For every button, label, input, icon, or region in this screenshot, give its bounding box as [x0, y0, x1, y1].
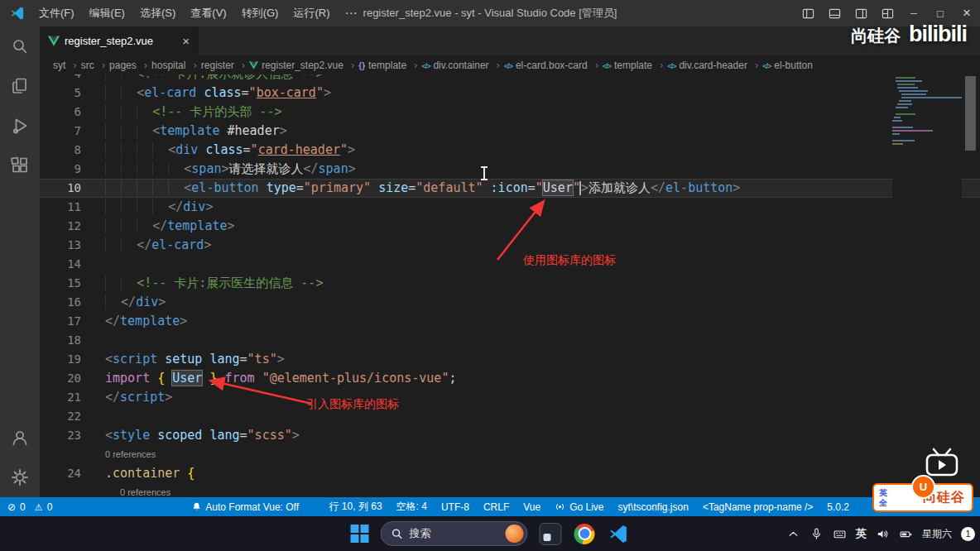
code-token: [371, 180, 378, 195]
run-debug-icon[interactable]: [0, 106, 40, 146]
breadcrumb-item[interactable]: src: [81, 59, 109, 71]
tsconfig-status[interactable]: syt\tsconfig.json: [618, 501, 689, 513]
indentation-status[interactable]: 空格: 4: [396, 500, 427, 514]
breadcrumb-item[interactable]: pages: [109, 59, 151, 71]
breadcrumb-item-symbol[interactable]: template: [603, 59, 667, 71]
auto-format-status[interactable]: Auto Format Vue: Off: [191, 501, 299, 513]
tray-mic-icon[interactable]: [809, 527, 824, 541]
code-token: User: [543, 180, 573, 195]
code-line-24[interactable]: 24.container {: [40, 464, 980, 483]
breadcrumb-item-file[interactable]: register_step2.vue: [249, 59, 358, 71]
vscode-window: 文件(F) 编辑(E) 选择(S) 查看(V) 转到(G) 运行(R) regi…: [0, 0, 980, 551]
toggle-sidebar-icon[interactable]: [795, 0, 821, 26]
element-symbol-icon: [603, 60, 611, 71]
breadcrumb-item[interactable]: hospital: [151, 59, 201, 71]
code-line-23[interactable]: 23<style scoped lang="scss">: [40, 426, 980, 445]
chrome-app-icon[interactable]: [574, 523, 596, 545]
code-line-6[interactable]: 6 <!-- 卡片的头部 -->: [40, 103, 980, 122]
windows-start-icon[interactable]: [351, 525, 369, 543]
codelens-row[interactable]: 0 references: [40, 483, 980, 497]
code-line-15[interactable]: 15 <!-- 卡片:展示医生的信息 -->: [40, 274, 980, 293]
language-mode[interactable]: Vue: [523, 501, 540, 513]
code-line-22[interactable]: 22: [40, 407, 980, 426]
search-highlight-image[interactable]: [506, 525, 524, 543]
toggle-panel-icon[interactable]: [821, 0, 848, 26]
code-line-7[interactable]: 7 <template #header>: [40, 122, 980, 141]
code-line-20[interactable]: 20import { User } from "@element-plus/ic…: [40, 369, 980, 388]
menu-run[interactable]: 运行(R): [286, 0, 337, 26]
code-token: ": [340, 142, 348, 157]
tray-date[interactable]: 星期六: [922, 527, 952, 541]
code-line-19[interactable]: 19<script setup lang="ts">: [40, 350, 980, 369]
search-icon: [392, 528, 403, 539]
menu-goto[interactable]: 转到(G): [234, 0, 286, 26]
menu-file[interactable]: 文件(F): [31, 0, 82, 26]
code-token: <: [105, 428, 113, 443]
code-token: [483, 180, 491, 195]
code-token: setup: [165, 352, 202, 367]
breadcrumb-item-symbol[interactable]: template: [358, 59, 421, 71]
code-token: scoped: [157, 428, 202, 443]
code-line-8[interactable]: 8 <div class="card-header">: [40, 141, 980, 160]
code-line-4[interactable]: 4 <!-- 卡片:展示就诊人信息 -->: [40, 74, 980, 84]
code-line-17[interactable]: 17</template>: [40, 312, 980, 331]
code-line-14[interactable]: 14: [40, 255, 980, 274]
menu-view[interactable]: 查看(V): [183, 0, 233, 26]
code-line-18[interactable]: 18: [40, 331, 980, 350]
eol-status[interactable]: CRLF: [483, 501, 509, 513]
tag-hint-status[interactable]: <TagName prop-name />: [703, 501, 813, 513]
element-symbol-icon: [504, 60, 512, 71]
breadcrumb-item[interactable]: register: [201, 59, 249, 71]
menu-selection[interactable]: 选择(S): [132, 0, 183, 26]
extension-version[interactable]: 5.0.2: [827, 501, 849, 513]
code-line-13[interactable]: 13 </el-card>: [40, 236, 980, 255]
code-token: class: [204, 85, 241, 100]
tray-keyboard-icon[interactable]: [833, 527, 847, 541]
code-line-12[interactable]: 12 </template>: [40, 217, 980, 236]
cursor-position[interactable]: 行 10, 列 63: [329, 500, 382, 514]
code-token: [217, 371, 224, 386]
scrollbar-thumb[interactable]: [965, 76, 976, 151]
breadcrumb-item-symbol[interactable]: div.container: [421, 59, 504, 71]
tray-volume-icon[interactable]: [876, 527, 890, 541]
tab-close-icon[interactable]: [182, 34, 190, 48]
encoding-status[interactable]: UTF-8: [441, 501, 469, 513]
codelens-row[interactable]: 0 references: [40, 445, 980, 464]
editor[interactable]: 4 <!-- 卡片:展示就诊人信息 -->5 <el-card class="b…: [40, 74, 980, 497]
code-line-16[interactable]: 16 </div>: [40, 293, 980, 312]
breadcrumb-item[interactable]: syt: [53, 59, 81, 71]
search-icon[interactable]: [0, 26, 40, 66]
more-menus-icon[interactable]: [337, 0, 364, 26]
code-token: el-button: [665, 180, 733, 195]
ime-indicator[interactable]: 英: [856, 526, 867, 541]
taskbar-search-input[interactable]: 搜索: [381, 521, 528, 546]
problems-indicator[interactable]: 0 0: [7, 501, 52, 513]
line-number: 17: [40, 312, 105, 331]
code-line-11[interactable]: 11 </div>: [40, 198, 980, 217]
explorer-icon[interactable]: [0, 66, 40, 106]
code-line-5[interactable]: 5 <el-card class="box-card">: [40, 84, 980, 103]
code-line-21[interactable]: 21</script>: [40, 388, 980, 407]
breadcrumb-item-symbol[interactable]: div.card-header: [667, 59, 762, 71]
code-line-9[interactable]: 9 <span>请选择就诊人</span>: [40, 160, 980, 179]
settings-gear-icon[interactable]: [0, 458, 40, 497]
tray-chevron-up-icon[interactable]: [786, 527, 800, 541]
breadcrumb-item-symbol[interactable]: el-button: [762, 60, 813, 71]
code-token: "primary": [304, 180, 371, 195]
account-icon[interactable]: [0, 418, 40, 458]
line-number: 14: [40, 255, 105, 274]
minimap-line: [892, 127, 913, 128]
breadcrumb-item-symbol[interactable]: el-card.box-card: [504, 59, 603, 71]
minimap[interactable]: [892, 74, 962, 497]
code-line-10[interactable]: 10 <el-button type="primary" size="defau…: [40, 179, 980, 198]
notification-badge[interactable]: 1: [961, 527, 975, 541]
vscode-app-icon[interactable]: [608, 523, 630, 545]
tray-battery-icon[interactable]: [899, 527, 913, 541]
file-explorer-app-icon[interactable]: [540, 523, 562, 545]
tab-register-step2[interactable]: register_step2.vue: [40, 26, 199, 55]
code-area[interactable]: 4 <!-- 卡片:展示就诊人信息 -->5 <el-card class="b…: [40, 74, 980, 497]
extensions-icon[interactable]: [0, 146, 40, 185]
errors-icon: [7, 501, 16, 513]
go-live-button[interactable]: Go Live: [555, 501, 603, 513]
menu-edit[interactable]: 编辑(E): [82, 0, 132, 26]
